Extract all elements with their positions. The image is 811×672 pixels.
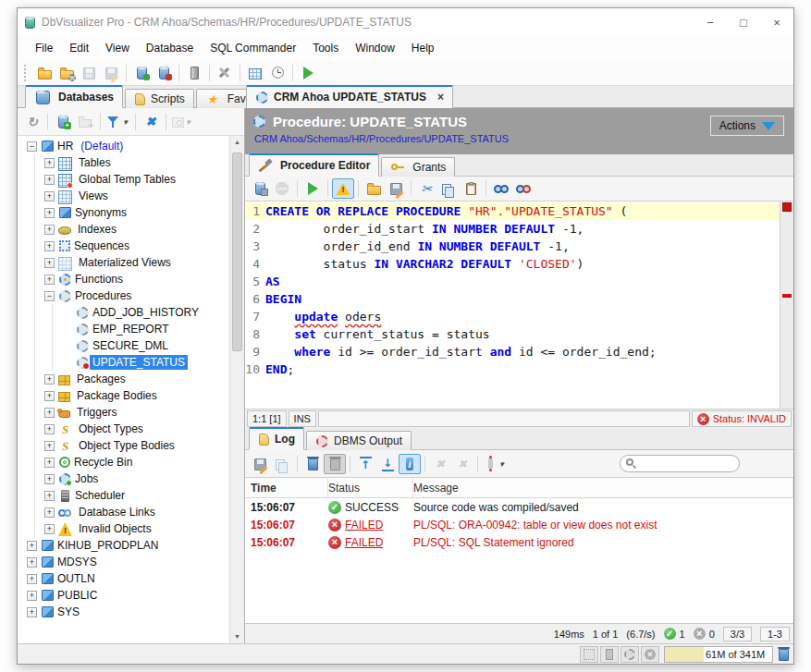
tab-databases[interactable]: Databases [25,85,123,108]
folder-open-button[interactable] [33,63,55,83]
tree-item-packages[interactable]: +Packages [18,371,229,387]
search-input[interactable] [640,458,739,470]
close-button[interactable]: × [760,8,793,36]
dropdown-caret-icon[interactable] [498,457,506,471]
tab-crm-ahoa-update-status[interactable]: CRM Ahoa UPDATE_STATUS × [246,85,453,108]
tree-item-database-links[interactable]: +Database Links [18,504,229,520]
filter-button[interactable] [104,112,131,132]
grid-button[interactable] [244,63,266,83]
tab-log[interactable]: Log [249,427,304,450]
tree-expander-icon[interactable]: + [44,474,55,484]
tree-item-update-status[interactable]: UPDATE_STATUS [18,354,229,371]
tree-item-add-job-history[interactable]: ADD_JOB_HISTORY [18,304,229,321]
menu-file[interactable]: File [27,42,61,55]
tree-item-outln[interactable]: +OUTLN [18,570,229,587]
find-replace-button[interactable] [512,178,535,199]
menu-edit[interactable]: Edit [61,42,97,55]
tab-grants[interactable]: Grants [381,157,455,177]
log-row[interactable]: 15:06:07SUCCESSSource code was compiled/… [245,498,793,516]
scroll-top-button[interactable] [354,454,376,474]
code-line[interactable]: 6BEGIN [245,290,780,308]
tree-item-emp-report[interactable]: EMP_REPORT [18,321,229,337]
scroll-down-icon[interactable]: ▼ [230,630,244,643]
tree-expander-icon[interactable]: + [44,441,55,451]
tree-expander-icon[interactable]: + [44,191,55,202]
tree-expander-icon[interactable]: + [44,241,55,251]
code-line[interactable]: 5AS [245,273,780,290]
tree-item-sequences[interactable]: +Sequences [18,238,229,254]
tree-expander-icon[interactable]: + [44,408,55,418]
tree-expander-icon[interactable]: − [27,141,37,152]
tree-expander-icon[interactable]: + [27,591,37,601]
tree-expander-icon[interactable]: + [44,507,55,518]
scroll-up-icon[interactable]: ▲ [230,136,244,149]
open-button[interactable] [362,178,385,199]
memory-gauge[interactable]: 61M of 341M [664,646,773,663]
tree-item-secure-dml[interactable]: SECURE_DML [18,337,229,354]
column-status[interactable]: Status [328,478,413,497]
tab-dbms-output[interactable]: DBMS Output [306,431,412,450]
tree-item-synonyms[interactable]: +Synonyms [18,204,229,221]
row-height-button[interactable] [482,454,508,474]
database-server-button[interactable] [183,63,205,83]
execute-button[interactable] [301,178,324,199]
info-button[interactable] [399,454,421,474]
scroll-bottom-button[interactable] [376,454,399,474]
tree-scrollbar[interactable]: ▲ ▼ [229,136,244,643]
tree-item-views[interactable]: +Views [18,188,229,204]
cut-button[interactable] [415,178,437,199]
export-button[interactable] [249,454,271,474]
menu-tools[interactable]: Tools [304,42,347,55]
maximize-button[interactable]: □ [727,8,760,36]
garbage-collect-button[interactable] [779,647,789,661]
collapse-all-button[interactable] [140,112,162,132]
tree-item-public[interactable]: +PUBLIC [18,587,229,604]
log-row[interactable]: 15:06:07FAILEDPL/SQL: SQL Statement igno… [245,533,793,551]
tree-expander-icon[interactable]: + [44,391,55,401]
tools-button[interactable] [214,63,236,83]
code-line[interactable]: 3 order_id_end IN NUMBER DEFAULT -1, [245,238,780,255]
code-line[interactable]: 8 set current_status = status [245,325,780,343]
code-line[interactable]: 4 status IN VARCHAR2 DEFAULT 'CLOSED') [245,255,780,273]
tree-expander-icon[interactable]: + [44,158,55,168]
save-as-button[interactable] [385,178,407,199]
run-button[interactable] [297,63,319,83]
folder-gear-button[interactable] [55,63,78,83]
tree-item-sys[interactable]: +SYS [18,604,229,620]
column-time[interactable]: Time [245,478,328,497]
tree-expander-icon[interactable]: + [44,491,55,501]
tree-expander-icon[interactable]: + [44,458,55,468]
tree-item-functions[interactable]: +Functions [18,271,229,287]
actions-button[interactable]: Actions [710,116,784,136]
copy-button[interactable] [437,178,460,199]
column-message[interactable]: Message [413,478,793,497]
tree-item-jobs[interactable]: +Jobs [18,470,229,487]
error-stripe[interactable] [780,202,793,409]
title-bar[interactable]: DbVisualizer Pro - CRM Ahoa/Schemas/HR/P… [18,8,793,36]
error-marker-icon[interactable] [782,202,792,212]
refresh-button[interactable] [21,112,43,132]
tree-expander-icon[interactable]: + [44,175,55,185]
tree-item-materialized-views[interactable]: +Materialized Views [18,254,229,271]
tree-expander-icon[interactable]: + [27,607,37,617]
clock-button[interactable] [266,63,289,83]
breadcrumb[interactable]: CRM Ahoa/Schemas/HR/Procedures/UPDATE_ST… [254,133,786,144]
code-line[interactable]: 10END; [245,360,780,378]
tree-expander-icon[interactable]: + [44,258,55,268]
code-line[interactable]: 2 order_id_start IN NUMBER DEFAULT -1, [245,220,780,238]
menu-sql-commander[interactable]: SQL Commander [202,42,304,55]
warning-button[interactable] [332,178,354,199]
code-area[interactable]: 1CREATE OR REPLACE PROCEDURE "HR"."UPDAT… [245,202,780,409]
tree-item-indexes[interactable]: +Indexes [18,221,229,238]
tree-item-scheduler[interactable]: +Scheduler [18,487,229,504]
tree-item-triggers[interactable]: +Triggers [18,404,229,421]
tree-item-tables[interactable]: +Tables [18,154,229,171]
scrollbar-thumb[interactable] [232,153,242,351]
menu-view[interactable]: View [97,42,138,55]
tree-expander-icon[interactable]: + [44,524,55,534]
tab-close-icon[interactable]: × [437,91,444,104]
log-row[interactable]: 15:06:07FAILEDPL/SQL: ORA-00942: table o… [245,516,793,533]
tree-expander-icon[interactable]: + [44,424,55,434]
tree-item-global-temp-tables[interactable]: +Global Temp Tables [18,171,229,188]
clear-all-button[interactable] [324,454,346,474]
